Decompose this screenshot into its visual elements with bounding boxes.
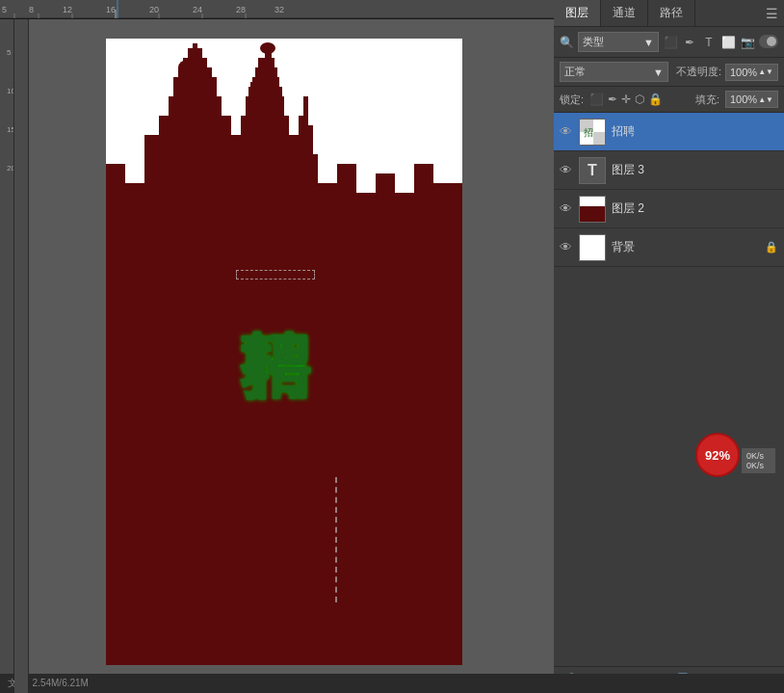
svg-text:28: 28 xyxy=(236,5,246,14)
svg-text:5: 5 xyxy=(2,5,7,14)
opacity-input[interactable]: 100% ▲▼ xyxy=(725,64,778,81)
filter-type-icon[interactable]: T xyxy=(701,35,717,50)
dashed-line xyxy=(335,477,337,602)
layer-1-name: 招聘 xyxy=(612,123,778,140)
filter-shape-icon[interactable]: ⬜ xyxy=(720,35,736,50)
layer-2-name: 图层 3 xyxy=(612,162,778,178)
panel-menu-button[interactable]: ☰ xyxy=(760,2,784,25)
lock-fill-row: 锁定: ⬛ ✒ ✛ ⬡ 🔒 填充: 100% ▲▼ xyxy=(554,87,784,113)
opacity-arrows: ▲▼ xyxy=(758,67,773,76)
layer-1-thumbnail: 招 xyxy=(579,119,606,146)
speed-down: 0K/s xyxy=(746,461,771,470)
svg-text:16: 16 xyxy=(106,5,116,14)
lock-all-icon[interactable]: 🔒 xyxy=(648,93,663,106)
svg-text:20: 20 xyxy=(7,164,14,173)
blend-opacity-row: 正常 ▼ 不透明度: 100% ▲▼ xyxy=(554,58,784,87)
svg-text:20: 20 xyxy=(149,5,159,14)
lock-pixel-icon[interactable]: ⬛ xyxy=(589,93,604,106)
lock-brush-icon[interactable]: ✒ xyxy=(608,93,617,106)
layer-4-name: 背景 xyxy=(612,239,759,255)
layer-4-lock-icon: 🔒 xyxy=(765,241,778,253)
speed-up: 0K/s xyxy=(746,451,771,461)
layer-item-2[interactable]: 👁 T 图层 3 xyxy=(554,151,784,190)
svg-text:24: 24 xyxy=(193,5,202,14)
layer-search-row: 🔍 类型 ▼ ⬛ ✒ T ⬜ 📷 xyxy=(554,27,784,58)
ruler-left: 5 10 15 20 xyxy=(0,19,14,674)
svg-text:15: 15 xyxy=(7,125,14,134)
ruler-top-svg: 5 8 12 16 20 24 28 32 xyxy=(0,0,554,19)
layers-panel: 图层 通道 路径 ☰ 🔍 类型 ▼ ⬛ ✒ T ⬜ 📷 正常 ▼ 不透明度: 1… xyxy=(554,0,784,693)
filter-toggle[interactable] xyxy=(759,35,778,48)
svg-text:招: 招 xyxy=(583,127,593,138)
progress-circle-svg: 92% xyxy=(693,431,742,479)
layer-3-visibility[interactable]: 👁 xyxy=(560,201,573,216)
svg-rect-28 xyxy=(593,119,605,132)
layer-4-thumbnail xyxy=(579,234,606,261)
city-silhouette-svg xyxy=(106,39,462,270)
layer-3-thumbnail xyxy=(579,196,606,223)
filter-adjustment-icon[interactable]: ✒ xyxy=(682,35,697,50)
svg-text:32: 32 xyxy=(274,5,284,14)
svg-text:8: 8 xyxy=(29,5,34,14)
text-layer-icon: T xyxy=(588,162,597,179)
fill-input[interactable]: 100% ▲▼ xyxy=(725,91,778,108)
canvas-area: 招聘 xyxy=(14,19,554,693)
svg-text:92%: 92% xyxy=(705,448,730,463)
status-bar: 文档: 2.54M/6.21M xyxy=(0,674,784,693)
layer-item-3[interactable]: 👁 图层 2 xyxy=(554,190,784,228)
blend-dropdown-arrow: ▼ xyxy=(653,67,664,78)
progress-circle-container: 92% xyxy=(693,431,742,479)
layer-2-thumbnail: T xyxy=(579,157,606,184)
svg-text:12: 12 xyxy=(63,5,72,14)
lock-icons: ⬛ ✒ ✛ ⬡ 🔒 xyxy=(589,93,663,106)
svg-marker-23 xyxy=(106,43,462,270)
svg-rect-18 xyxy=(0,19,14,674)
svg-point-24 xyxy=(178,60,197,75)
lock-label: 锁定: xyxy=(560,93,584,107)
layer-item-4[interactable]: 👁 背景 🔒 xyxy=(554,228,784,267)
lock-artboard-icon[interactable]: ⬡ xyxy=(635,93,644,106)
layer-3-name: 图层 2 xyxy=(612,200,778,217)
svg-rect-27 xyxy=(593,132,605,146)
chinese-text: 招聘 xyxy=(236,270,315,280)
svg-point-25 xyxy=(260,42,275,54)
layers-list: 👁 招 招聘 👁 T 图层 3 xyxy=(554,113,784,666)
lock-move-icon[interactable]: ✛ xyxy=(621,93,631,106)
fill-label: 填充: xyxy=(695,93,719,107)
opacity-label: 不透明度: xyxy=(676,65,721,79)
ruler-left-svg: 5 10 15 20 xyxy=(0,19,14,674)
canvas-left-ruler xyxy=(14,19,29,693)
search-icon: 🔍 xyxy=(560,36,574,49)
layer-4-visibility[interactable]: 👁 xyxy=(560,240,573,254)
tab-channels[interactable]: 通道 xyxy=(601,0,648,26)
layer-item-1[interactable]: 👁 招 招聘 xyxy=(554,113,784,151)
layer-filter-icons: ⬛ ✒ T ⬜ 📷 xyxy=(663,35,778,50)
layer-1-visibility[interactable]: 👁 xyxy=(560,124,573,139)
fill-arrows: ▲▼ xyxy=(758,95,773,104)
blend-mode-dropdown[interactable]: 正常 ▼ xyxy=(560,62,668,82)
canvas: 招聘 xyxy=(106,39,462,665)
tab-paths[interactable]: 路径 xyxy=(648,0,695,26)
filter-smart-icon[interactable]: 📷 xyxy=(740,35,755,50)
tab-layers[interactable]: 图层 xyxy=(554,0,601,26)
filter-pixel-icon[interactable]: ⬛ xyxy=(663,35,678,50)
svg-text:5: 5 xyxy=(7,48,12,57)
layer-2-visibility[interactable]: 👁 xyxy=(560,163,573,177)
speed-indicators: 0K/s 0K/s xyxy=(742,448,775,473)
layer-type-dropdown[interactable]: 类型 ▼ xyxy=(578,32,659,52)
svg-text:10: 10 xyxy=(7,87,14,95)
panel-tabs: 图层 通道 路径 ☰ xyxy=(554,0,784,27)
dropdown-arrow-icon: ▼ xyxy=(643,37,654,48)
